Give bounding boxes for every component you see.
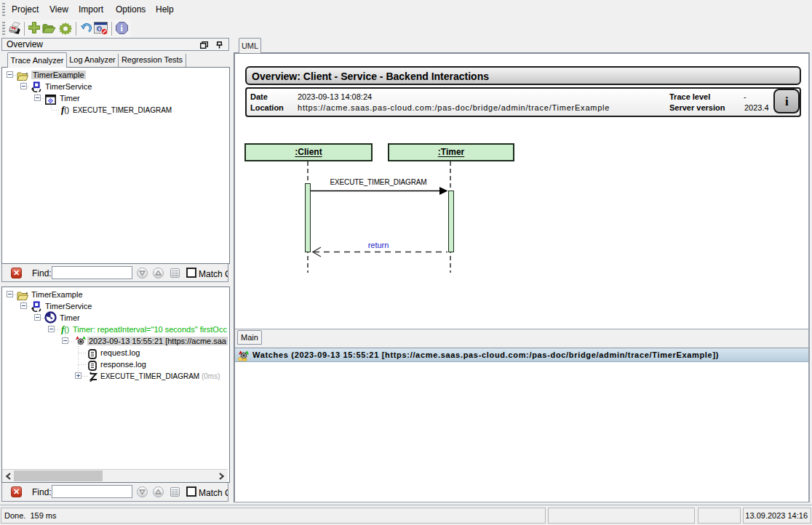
- svg-text:i: i: [99, 26, 100, 31]
